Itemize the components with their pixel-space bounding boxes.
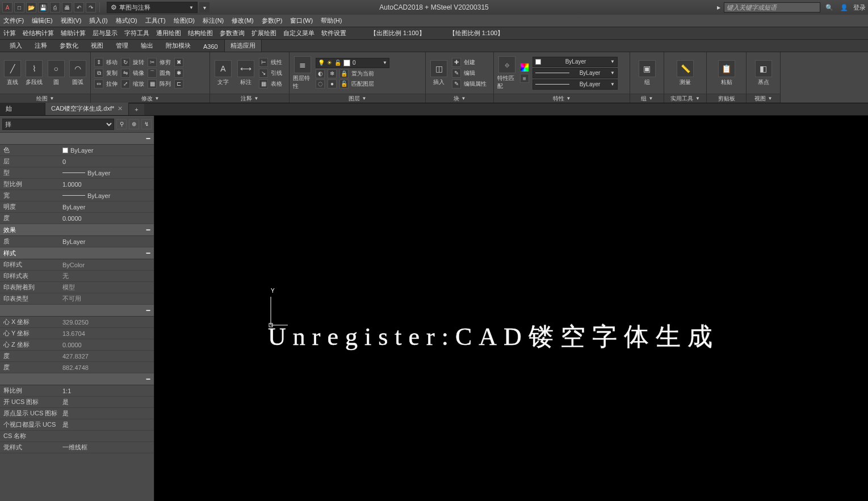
panel-props-title[interactable]: 特性▼: [494, 94, 630, 103]
panel-annotate-title[interactable]: 注释▼: [210, 94, 289, 103]
copy-button[interactable]: ⧉复制: [94, 69, 118, 78]
layer-off-icon[interactable]: ◌: [316, 79, 325, 89]
line-button[interactable]: ╱直线: [3, 60, 22, 86]
prop-vs-value[interactable]: 一维线框: [60, 442, 154, 453]
panel-view-title[interactable]: 视图▼: [747, 94, 780, 103]
leader-button[interactable]: ↘引线: [259, 69, 282, 78]
qat-more-icon[interactable]: ▾: [199, 2, 209, 12]
erase-icon[interactable]: ✖: [174, 58, 183, 67]
tb2-calc3[interactable]: 辅助计算: [61, 29, 86, 37]
rotate-button[interactable]: ↻旋转: [121, 58, 144, 67]
tb2-text[interactable]: 字符工具: [124, 29, 149, 37]
layer-iso-icon[interactable]: ◐: [316, 69, 325, 78]
layer-combo[interactable]: 💡 ☀ 🔓 0 ▼: [316, 58, 389, 68]
prop-transp-value[interactable]: ByLayer: [60, 201, 154, 212]
cat-3d[interactable]: 效果−: [0, 224, 154, 236]
cat-misc[interactable]: −: [0, 373, 154, 385]
new-tab-button[interactable]: +: [129, 104, 144, 115]
insert-block-button[interactable]: ◫插入: [429, 60, 448, 86]
print-icon[interactable]: 🖶: [62, 2, 72, 12]
prop-as-value[interactable]: 1:1: [60, 385, 154, 396]
tb2-calc2[interactable]: 砼结构计算: [23, 29, 54, 37]
menu-view[interactable]: 视图(V): [61, 16, 82, 25]
ribtab-featured[interactable]: 精选应用: [224, 39, 262, 52]
menu-insert[interactable]: 插入(I): [89, 16, 107, 25]
prop-ucs2-value[interactable]: 是: [60, 408, 154, 419]
tb2-struct[interactable]: 结构绘图: [188, 29, 213, 37]
quickselect-icon[interactable]: ⚲: [116, 119, 127, 129]
layer-on-icon[interactable]: ●: [328, 79, 337, 89]
menu-draw[interactable]: 绘图(D): [174, 16, 195, 25]
menu-modify[interactable]: 修改(M): [232, 16, 254, 25]
measure-button[interactable]: 📏测量: [676, 60, 695, 86]
match-layer-button[interactable]: 匹配图层: [351, 80, 374, 88]
color-wheel-icon[interactable]: [520, 63, 529, 72]
login-icon[interactable]: 👤: [838, 2, 850, 13]
fillet-button[interactable]: ⌒圆角: [148, 69, 171, 78]
linetype-combo[interactable]: ByLayer▼: [532, 68, 618, 78]
selection-type-select[interactable]: 择: [2, 119, 114, 130]
scale-button[interactable]: ⤢缩放: [121, 79, 144, 89]
menu-help[interactable]: 帮助(H): [321, 16, 342, 25]
prop-ucsn-value[interactable]: [60, 431, 154, 441]
prop-layer-value[interactable]: 0: [60, 156, 154, 167]
prop-ucs3-value[interactable]: 是: [60, 419, 154, 430]
ribtab-insert[interactable]: 插入: [3, 39, 28, 52]
panel-modify-title[interactable]: 修改▼: [91, 94, 209, 103]
ribtab-annotate[interactable]: 注释: [28, 39, 53, 52]
tb2-scale1[interactable]: 【出图比例 1:100】: [370, 29, 425, 37]
prop-color-value[interactable]: ByLayer: [60, 145, 154, 155]
text-button[interactable]: A文字: [213, 60, 233, 86]
ribtab-manage[interactable]: 管理: [110, 39, 135, 52]
cat-style[interactable]: 样式−: [0, 247, 154, 259]
panel-draw-title[interactable]: 绘图▼: [0, 94, 90, 103]
workspace-select[interactable]: 草图与注释 ▼: [107, 2, 198, 13]
block-create-button[interactable]: ✚创建: [452, 58, 487, 67]
layer-lock-icon[interactable]: 🔒: [339, 69, 349, 78]
arc-button[interactable]: ◠圆弧: [69, 60, 87, 86]
dim-button[interactable]: ⟷标注: [236, 60, 255, 86]
cat-general[interactable]: −: [0, 133, 154, 145]
open-icon[interactable]: 📂: [26, 2, 36, 12]
panel-block-title[interactable]: 块▼: [426, 94, 493, 103]
prop-ltype-value[interactable]: ByLayer: [60, 167, 154, 178]
layer-unlock-icon[interactable]: 🔓: [339, 79, 349, 89]
offset-icon[interactable]: ⊏: [174, 79, 183, 89]
panel-group-title[interactable]: 组▼: [630, 94, 664, 103]
menu-edit[interactable]: 编辑(E): [32, 16, 53, 25]
tb2-query[interactable]: 参数查询: [220, 29, 245, 37]
ribtab-output[interactable]: 输出: [135, 39, 160, 52]
circle-button[interactable]: ○圆: [47, 60, 65, 86]
tb2-layer[interactable]: 层与显示: [93, 29, 118, 37]
prop-lw-value[interactable]: ByLayer: [60, 190, 154, 201]
layer-freeze-icon[interactable]: ❄: [328, 69, 337, 78]
ribtab-param[interactable]: 参数化: [53, 39, 85, 52]
tb2-scale2[interactable]: 【绘图比例 1:100】: [449, 29, 504, 37]
selectobj-icon[interactable]: ↯: [141, 119, 152, 129]
move-button[interactable]: ⇕移动: [94, 58, 118, 67]
list-icon[interactable]: ≡: [520, 74, 529, 83]
menu-file[interactable]: 文件(F): [3, 16, 24, 25]
paste-button[interactable]: 📋粘贴: [717, 60, 736, 86]
tb2-calc1[interactable]: 计算: [3, 29, 16, 37]
explode-icon[interactable]: ✱: [174, 69, 183, 78]
title-right-caret-icon[interactable]: ▶: [717, 5, 720, 10]
table-button[interactable]: ▦表格: [259, 79, 282, 89]
menu-dimension[interactable]: 标注(N): [203, 16, 224, 25]
help-search-input[interactable]: 键入关键字或短语: [724, 2, 820, 12]
group-button[interactable]: ▣组: [638, 60, 657, 86]
properties-body[interactable]: − 色ByLayer 层0 型ByLayer 型比例1.0000 宽ByLaye…: [0, 133, 154, 501]
array-button[interactable]: ▦阵列: [148, 79, 171, 89]
prop-thick-value[interactable]: 0.0000: [60, 213, 154, 224]
layer-props-button[interactable]: ≣图层特性: [293, 56, 312, 90]
saveas-icon[interactable]: ⎙: [50, 2, 60, 12]
tb2-ext[interactable]: 扩展绘图: [251, 29, 276, 37]
panel-clip-title[interactable]: 剪贴板: [707, 94, 746, 103]
drawing-canvas[interactable]: Y Unregister:CAD镂空字体生成: [154, 116, 868, 501]
tb2-settings[interactable]: 软件设置: [321, 29, 346, 37]
file-tab[interactable]: CAD镂空字体生成.dxf*✕: [45, 102, 129, 115]
polyline-button[interactable]: ⌇多段线: [25, 60, 43, 86]
make-current-button[interactable]: 置为当前: [351, 70, 374, 78]
new-icon[interactable]: □: [14, 2, 24, 12]
menu-param[interactable]: 参数(P): [262, 16, 283, 25]
